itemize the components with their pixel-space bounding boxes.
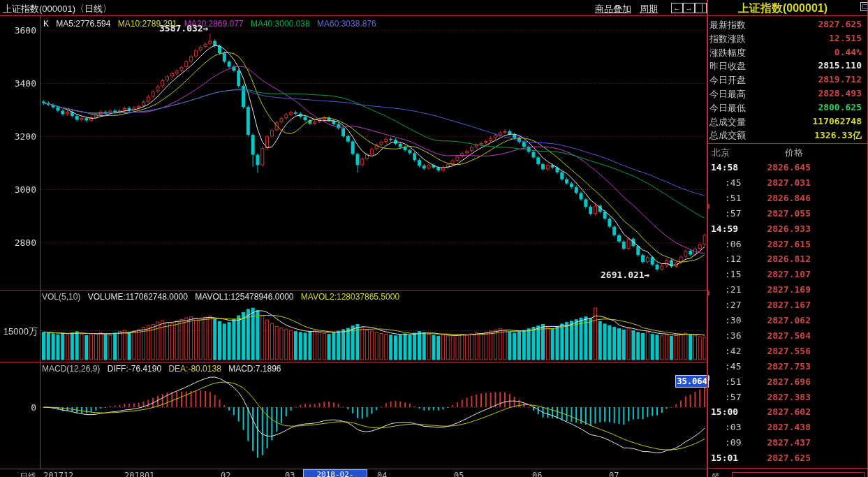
tick-time: :21	[725, 284, 741, 295]
x-axis-tick: 201712	[43, 471, 73, 477]
quote-panel-title: 上证指数(000001)	[707, 1, 858, 16]
kline-chart-canvas[interactable]	[0, 0, 707, 477]
tick-row: :572827.383	[709, 392, 860, 406]
x-axis-tick: 02	[221, 471, 230, 477]
price-axis-3400: 3400	[3, 78, 36, 89]
quote-row: 总成交额1326.33亿	[709, 129, 860, 142]
tick-time: :09	[725, 437, 741, 448]
diff-value: DIFF:-76.4190	[108, 364, 161, 374]
tick-price: 2827.625	[765, 453, 811, 463]
selected-date-box: 2018-02-06(二)	[303, 469, 367, 477]
divider	[0, 15, 868, 16]
tick-time: :27	[725, 300, 741, 310]
tick-price: 2827.615	[765, 239, 811, 249]
divider	[707, 143, 868, 144]
price-axis-3600: 3600	[3, 25, 36, 36]
tick-price: 2826.933	[765, 223, 811, 234]
ma40-value: MA40:3000.038	[251, 19, 310, 29]
quote-row: 昨日收盘2815.110	[709, 60, 860, 73]
tick-row: 15:002827.602	[709, 406, 860, 420]
tick-price: 2827.107	[765, 269, 811, 279]
quote-label: 今日开盘	[709, 74, 746, 87]
quote-value: 2819.712	[760, 74, 862, 85]
x-axis-tick: 201801	[124, 471, 154, 477]
macd-zero-label: 0	[3, 402, 36, 413]
tick-header-location: 北京	[712, 147, 730, 159]
tick-row: :452827.031	[709, 177, 860, 191]
mavol2-value: MAVOL2:128037865.5000	[301, 292, 399, 302]
tick-time: :06	[725, 239, 741, 249]
prev-chart-button[interactable]: ←	[671, 3, 683, 13]
tick-time: 15:01	[711, 453, 738, 463]
tick-row: :512827.696	[709, 376, 860, 390]
tick-price: 2827.055	[765, 208, 811, 219]
tick-row: :272827.167	[709, 300, 860, 314]
quote-row: 今日开盘2819.712	[709, 74, 860, 87]
quote-label: 总成交量	[709, 116, 746, 129]
x-axis-tick: 04	[377, 471, 387, 477]
period-link[interactable]: 周期	[640, 3, 658, 15]
next-chart-button[interactable]: →	[683, 3, 695, 13]
tick-price: 2826.812	[765, 254, 811, 264]
tick-row: :362827.504	[709, 330, 860, 344]
tick-row: :512826.846	[709, 193, 860, 207]
tick-row: 14:582826.645	[709, 162, 860, 176]
split-icon	[702, 4, 703, 12]
divider	[707, 0, 708, 477]
transactions-input-box[interactable]	[732, 472, 865, 477]
tick-price: 2827.438	[765, 422, 811, 432]
x-axis-tick: 07	[609, 471, 619, 477]
price-axis-2800: 2800	[3, 237, 36, 248]
x-axis-tick: 03	[285, 471, 295, 477]
tick-time: :36	[725, 330, 741, 341]
tick-header-price: 价格	[785, 147, 803, 159]
quote-label: 最新指数	[709, 19, 746, 31]
quote-row: 总成交量117062748	[709, 116, 860, 129]
tick-row: 14:592826.933	[709, 223, 860, 237]
tick-time: :51	[725, 193, 741, 203]
macd-scale-badge: 35.064	[675, 375, 709, 388]
tick-time: 15:00	[711, 406, 738, 417]
tick-row: :452827.753	[709, 361, 860, 375]
tick-row: :092827.437	[709, 437, 860, 451]
divider	[707, 468, 868, 469]
split-window-button[interactable]	[695, 3, 707, 13]
quote-row: 今日最高2828.493	[709, 88, 860, 101]
macd-value: MACD:7.1896	[228, 364, 281, 374]
chart-title: 上证指数(000001)〈日线〉	[3, 3, 112, 15]
quote-label: 指数涨跌	[709, 33, 746, 45]
tick-row: :572827.055	[709, 208, 860, 222]
price-axis-3200: 3200	[3, 131, 36, 142]
tick-price: 2827.383	[765, 392, 811, 402]
x-axis-tick: 05	[454, 471, 464, 477]
quote-row: 涨跌幅度0.44%	[709, 47, 860, 60]
tick-row: :122826.812	[709, 254, 860, 267]
ma5-value: MA5:2776.594	[56, 19, 110, 29]
tick-price: 2827.504	[765, 330, 811, 341]
tick-time: :45	[725, 361, 741, 372]
tick-time: :15	[725, 269, 741, 279]
tick-price: 2827.556	[765, 346, 811, 356]
tick-time: :57	[725, 208, 741, 219]
tick-time: :51	[725, 376, 741, 387]
tick-price: 2827.169	[765, 284, 811, 295]
mavol1-value: MAVOL1:125478946.0000	[195, 292, 293, 302]
tick-time: :45	[725, 177, 741, 188]
quote-value: 1326.33亿	[760, 129, 862, 142]
overlay-link[interactable]: 商品叠加	[595, 3, 631, 15]
divider	[0, 362, 707, 362]
quote-value: 117062748	[760, 116, 862, 126]
tick-time: 14:59	[711, 223, 738, 234]
tick-price: 2827.031	[765, 177, 811, 188]
low-annotation: 2691.021→	[601, 270, 649, 280]
volume-indicator-header: VOL(5,10) VOLUME:117062748.0000 MAVOL1:1…	[42, 292, 404, 302]
ma-indicator-header: K MA5:2776.594 MA10:2789.291 MA20:2869.0…	[43, 19, 381, 29]
x-axis-tick: 06	[532, 471, 542, 477]
tick-time: :30	[725, 315, 741, 325]
tick-time: 14:58	[711, 162, 738, 173]
divider	[40, 16, 41, 469]
volume-value: VOLUME:117062748.0000	[88, 292, 188, 302]
tick-time: :42	[725, 346, 741, 356]
quote-row: 指数涨跌12.515	[709, 33, 860, 46]
tick-price: 2827.602	[765, 406, 811, 417]
